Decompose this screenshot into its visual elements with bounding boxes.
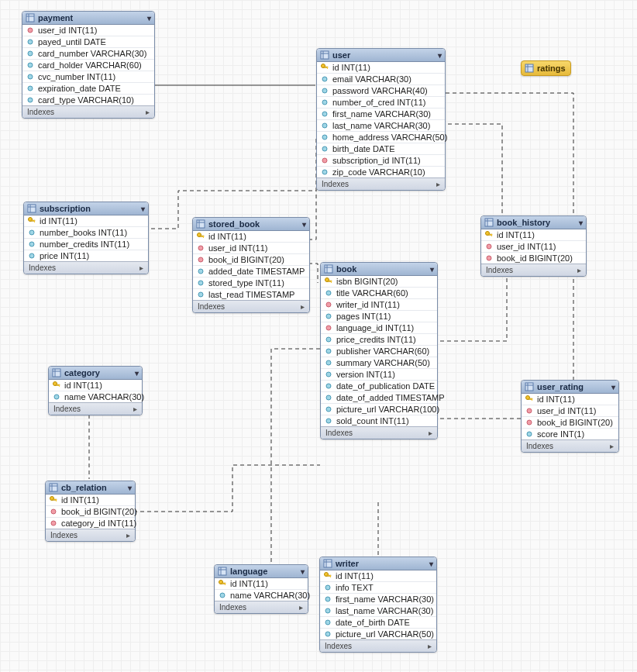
column-row[interactable]: cvc_number INT(11) [22, 71, 154, 82]
table-stored-book[interactable]: stored_book ▾ id INT(11)user_id INT(11)b… [192, 217, 310, 313]
column-row[interactable]: card_holder VARCHAR(60) [22, 59, 154, 71]
column-row[interactable]: number_of_cred INT(11) [317, 96, 445, 108]
indexes-section[interactable]: Indexes▸ [46, 529, 135, 541]
column-row[interactable]: home_address VARCHAR(50) [317, 131, 445, 143]
column-row[interactable]: zip_code VARCHAR(10) [317, 166, 445, 177]
column-row[interactable]: summary VARCHAR(50) [321, 357, 437, 368]
column-row[interactable]: id INT(11) [24, 215, 148, 226]
indexes-section[interactable]: Indexes▸ [317, 177, 445, 190]
column-row[interactable]: version INT(11) [321, 368, 437, 380]
chevron-down-icon[interactable]: ▾ [430, 265, 434, 274]
primary-key-icon [525, 395, 534, 404]
column-row[interactable]: book_id BIGINT(20) [46, 505, 135, 517]
column-row[interactable]: picture_url VARCHAR(50) [320, 628, 436, 639]
column-row[interactable]: category_id INT(11) [46, 517, 135, 529]
column-row[interactable]: stored_type INT(11) [193, 277, 309, 288]
column-label: number_of_cred INT(11) [332, 98, 425, 107]
column-row[interactable]: book_id BIGINT(20) [193, 253, 309, 265]
chevron-down-icon[interactable]: ▾ [438, 51, 442, 60]
column-label: cvc_number INT(11) [38, 72, 115, 81]
indexes-section[interactable]: Indexes▸ [522, 439, 618, 452]
column-row[interactable]: book_id BIGINT(20) [522, 416, 618, 428]
column-row[interactable]: id INT(11) [215, 578, 308, 589]
column-row[interactable]: last_name VARCHAR(30) [317, 119, 445, 131]
column-row[interactable]: email VARCHAR(30) [317, 73, 445, 84]
column-row[interactable]: user_id INT(11) [522, 405, 618, 416]
table-name: subscription [40, 204, 91, 213]
chevron-down-icon[interactable]: ▾ [141, 205, 145, 213]
chevron-down-icon[interactable]: ▾ [579, 219, 583, 227]
column-row[interactable]: user_id INT(11) [22, 25, 154, 36]
indexes-section[interactable]: Indexes▸ [215, 601, 308, 613]
indexes-section[interactable]: Indexes▸ [481, 264, 586, 276]
table-icon [525, 64, 534, 73]
indexes-section[interactable]: Indexes▸ [24, 261, 148, 274]
column-row[interactable]: user_id INT(11) [481, 240, 586, 252]
indexes-section[interactable]: Indexes▸ [321, 426, 437, 439]
column-row[interactable]: password VARCHAR(40) [317, 84, 445, 96]
column-row[interactable]: id INT(11) [46, 495, 135, 505]
column-row[interactable]: subscription_id INT(11) [317, 154, 445, 166]
table-ratings-collapsed[interactable]: ratings [521, 60, 571, 76]
table-user-rating[interactable]: user_rating ▾ id INT(11)user_id INT(11)b… [521, 380, 619, 453]
column-row[interactable]: publisher VARCHAR(60) [321, 345, 437, 357]
table-category[interactable]: category ▾ id INT(11)name VARCHAR(30) In… [48, 366, 143, 415]
column-row[interactable]: date_of_added TIMESTAMP [321, 391, 437, 403]
indexes-section[interactable]: Indexes▸ [320, 639, 436, 652]
column-row[interactable]: info TEXT [320, 581, 436, 593]
chevron-down-icon[interactable]: ▾ [429, 560, 433, 568]
table-cb-relation[interactable]: cb_relation ▾ id INT(11)book_id BIGINT(2… [45, 481, 136, 542]
column-row[interactable]: last_read TIMESTAMP [193, 288, 309, 300]
column-row[interactable]: id INT(11) [193, 231, 309, 242]
column-row[interactable]: isbn BIGINT(20) [321, 276, 437, 287]
column-row[interactable]: first_name VARCHAR(30) [320, 593, 436, 605]
column-row[interactable]: user_id INT(11) [193, 242, 309, 253]
column-row[interactable]: writer_id INT(11) [321, 298, 437, 310]
chevron-down-icon[interactable]: ▾ [147, 14, 151, 22]
table-header[interactable]: payment ▾ [22, 12, 154, 25]
chevron-down-icon[interactable]: ▾ [611, 383, 615, 391]
column-row[interactable]: card_type VARCHAR(10) [22, 94, 154, 105]
column-row[interactable]: card_number VARCHAR(30) [22, 47, 154, 59]
column-row[interactable]: date_of_birth DATE [320, 616, 436, 628]
column-row[interactable]: payed_until DATE [22, 36, 154, 47]
table-writer[interactable]: writer ▾ id INT(11)info TEXTfirst_name V… [319, 557, 437, 653]
column-row[interactable]: picture_url VARCHAR(100) [321, 403, 437, 415]
table-user[interactable]: user ▾ id INT(11)email VARCHAR(30)passwo… [316, 48, 446, 191]
column-row[interactable]: expiration_date DATE [22, 82, 154, 94]
column-row[interactable]: price INT(11) [24, 250, 148, 261]
chevron-down-icon[interactable]: ▾ [135, 369, 139, 377]
column-row[interactable]: date_of_publication DATE [321, 380, 437, 391]
indexes-section[interactable]: Indexes▸ [49, 402, 142, 415]
column-row[interactable]: book_id BIGINT(20) [481, 252, 586, 264]
column-row[interactable]: price_credits INT(11) [321, 333, 437, 345]
column-row[interactable]: number_books INT(11) [24, 226, 148, 238]
chevron-down-icon[interactable]: ▾ [128, 484, 132, 492]
column-row[interactable]: id INT(11) [481, 229, 586, 240]
chevron-down-icon[interactable]: ▾ [301, 567, 305, 576]
column-row[interactable]: id INT(11) [320, 570, 436, 581]
table-payment[interactable]: payment ▾ user_id INT(11)payed_until DAT… [22, 11, 155, 119]
column-row[interactable]: id INT(11) [522, 394, 618, 405]
column-row[interactable]: id INT(11) [317, 62, 445, 73]
column-row[interactable]: added_date TIMESTAMP [193, 265, 309, 277]
column-row[interactable]: number_credits INT(11) [24, 238, 148, 250]
column-row[interactable]: birth_date DATE [317, 143, 445, 154]
column-row[interactable]: name VARCHAR(30) [215, 589, 308, 601]
table-book-history[interactable]: book_history ▾ id INT(11)user_id INT(11)… [480, 215, 587, 277]
column-row[interactable]: first_name VARCHAR(30) [317, 108, 445, 119]
column-row[interactable]: score INT(1) [522, 428, 618, 439]
column-row[interactable]: last_name VARCHAR(30) [320, 605, 436, 616]
table-language[interactable]: language ▾ id INT(11)name VARCHAR(30) In… [214, 564, 308, 614]
column-row[interactable]: language_id INT(11) [321, 322, 437, 333]
column-row[interactable]: sold_count INT(11) [321, 415, 437, 426]
table-book[interactable]: book ▾ isbn BIGINT(20)title VARCHAR(60)w… [320, 262, 438, 439]
chevron-down-icon[interactable]: ▾ [302, 220, 306, 229]
column-row[interactable]: pages INT(11) [321, 310, 437, 322]
column-row[interactable]: name VARCHAR(30) [49, 391, 142, 402]
indexes-section[interactable]: Indexes▸ [193, 300, 309, 312]
table-subscription[interactable]: subscription ▾ id INT(11)number_books IN… [23, 202, 149, 274]
indexes-section[interactable]: Indexes▸ [22, 105, 154, 118]
column-row[interactable]: title VARCHAR(60) [321, 287, 437, 298]
column-row[interactable]: id INT(11) [49, 380, 142, 391]
